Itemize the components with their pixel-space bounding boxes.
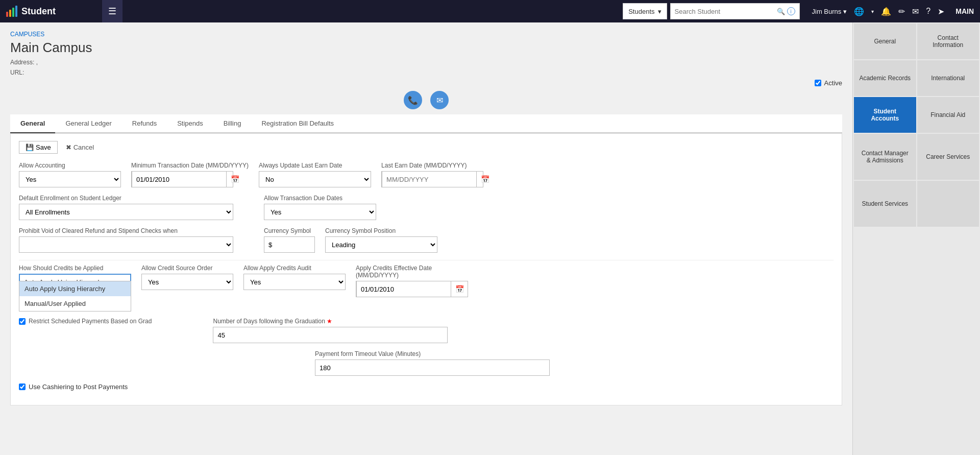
sidebar-tile-contact-manager[interactable]: Contact Manager & Admissions: [854, 134, 916, 180]
allow-transaction-due-label: Allow Transaction Due Dates: [264, 195, 376, 202]
allow-transaction-due-select[interactable]: Yes No: [264, 204, 376, 220]
restrict-scheduled-checkbox[interactable]: [19, 318, 26, 325]
currency-symbol-label: Currency Symbol: [264, 227, 315, 234]
calendar-icon-2[interactable]: 📅: [477, 175, 494, 183]
days-following-grad-label: Number of Days following the Graduation …: [213, 318, 448, 325]
required-marker: ★: [327, 318, 332, 325]
sidebar-tile-general[interactable]: General: [854, 23, 916, 59]
allow-apply-credits-select[interactable]: Yes No: [243, 274, 346, 290]
x-icon: ✖: [66, 143, 71, 151]
restrict-scheduled-label: Restrict Scheduled Payments Based on Gra…: [29, 318, 152, 325]
tab-billing[interactable]: Billing: [213, 114, 252, 133]
sidebar-tile-academic-records[interactable]: Academic Records: [854, 60, 916, 96]
user-menu[interactable]: Jim Burns ▾: [812, 8, 847, 15]
save-icon: 💾: [26, 143, 34, 151]
tab-refunds[interactable]: Refunds: [122, 114, 167, 133]
days-following-grad-input[interactable]: [213, 327, 448, 343]
sidebar-tile-financial-aid[interactable]: Financial Aid: [917, 97, 979, 133]
tab-stipends[interactable]: Stipends: [167, 114, 213, 133]
payment-timeout-input[interactable]: [315, 360, 550, 376]
url-line: URL:: [10, 69, 842, 76]
last-earn-date-group: Last Earn Date (MM/DD/YYYY) 📅: [381, 162, 483, 187]
search-help-icon: i: [787, 7, 795, 15]
how-credits-option-2[interactable]: Manual/User Applied: [19, 296, 131, 311]
last-earn-date-input[interactable]: [382, 171, 477, 187]
form-row-4: How Should Credits be Applied Auto Apply…: [19, 265, 834, 297]
edit-icon[interactable]: ✏: [898, 7, 905, 16]
allow-accounting-select[interactable]: Yes No: [19, 171, 121, 187]
sidebar-tile-student-accounts[interactable]: Student Accounts: [854, 97, 916, 133]
default-enrollment-label: Default Enrollment on Student Ledger: [19, 195, 233, 202]
tab-general-ledger[interactable]: General Ledger: [55, 114, 121, 133]
currency-symbol-position-select[interactable]: Leading Trailing: [325, 236, 437, 253]
always-update-label: Always Update Last Earn Date: [259, 162, 371, 169]
min-transaction-date-input-wrap: 📅: [131, 171, 233, 187]
globe-icon[interactable]: 🌐: [854, 7, 864, 16]
how-credits-group: How Should Credits be Applied Auto Apply…: [19, 265, 131, 290]
currency-symbol-position-label: Currency Symbol Position: [325, 227, 437, 234]
min-transaction-date-input[interactable]: [132, 171, 227, 187]
allow-credit-source-label: Allow Credit Source Order: [141, 265, 233, 272]
last-earn-date-input-wrap: 📅: [381, 171, 483, 187]
always-update-group: Always Update Last Earn Date No Yes: [259, 162, 371, 187]
sidebar-tile-career-services[interactable]: Career Services: [917, 134, 979, 180]
breadcrumb[interactable]: CAMPUSES: [10, 31, 842, 38]
help-icon[interactable]: ?: [926, 7, 930, 16]
active-check-area: Active: [10, 79, 842, 87]
allow-credit-source-select[interactable]: Yes No: [141, 274, 233, 290]
form-panel: 💾 Save ✖ Cancel Allow Accounting Yes No: [10, 133, 842, 405]
mail-icon[interactable]: ✉: [912, 7, 919, 16]
apply-credits-date-input[interactable]: [356, 281, 451, 297]
search-type-dropdown[interactable]: Students ▾: [623, 3, 667, 19]
phone-icon-circle[interactable]: 📞: [404, 91, 422, 109]
currency-symbol-group: Currency Symbol: [264, 227, 315, 253]
apply-credits-date-wrap: 📅: [356, 281, 468, 297]
form-row-3: Prohibit Void of Cleared Refund and Stip…: [19, 227, 834, 253]
cancel-button[interactable]: ✖ Cancel: [66, 143, 94, 151]
use-cashiering-row: Use Cashiering to Post Payments: [19, 383, 834, 391]
always-update-select[interactable]: No Yes: [259, 171, 371, 187]
days-following-grad-group: Number of Days following the Graduation …: [213, 318, 448, 343]
allow-accounting-group: Allow Accounting Yes No: [19, 162, 121, 187]
logo-text: Student: [21, 6, 56, 17]
sidebar-tile-student-services[interactable]: Student Services: [854, 181, 916, 227]
apply-credits-effective-label: Apply Credits Effective Date (MM/DD/YYYY…: [356, 265, 468, 279]
page-title: Main Campus: [10, 40, 842, 56]
restrict-scheduled-group: Restrict Scheduled Payments Based on Gra…: [19, 318, 152, 343]
tab-general[interactable]: General: [10, 114, 55, 133]
sidebar-tile-international[interactable]: International: [917, 60, 979, 96]
search-input[interactable]: [675, 8, 777, 15]
tabs-bar: General General Ledger Refunds Stipends …: [10, 114, 842, 133]
how-credits-option-1[interactable]: Auto Apply Using Hierarchy: [19, 281, 131, 296]
currency-symbol-input[interactable]: [264, 236, 315, 253]
tab-registration-bill-defaults[interactable]: Registration Bill Defaults: [251, 114, 344, 133]
currency-symbol-position-group: Currency Symbol Position Leading Trailin…: [325, 227, 437, 253]
calendar-icon-3[interactable]: 📅: [451, 285, 468, 293]
bell-icon[interactable]: 🔔: [881, 7, 891, 16]
logo-area: Student: [6, 6, 98, 17]
address-label: Address:: [10, 59, 34, 66]
hamburger-button[interactable]: ☰: [102, 0, 122, 22]
prohibit-void-select[interactable]: [19, 236, 233, 253]
search-input-wrap: 🔍 i: [670, 3, 800, 19]
mail-icon-circle[interactable]: ✉: [430, 91, 449, 109]
apply-credits-effective-group: Apply Credits Effective Date (MM/DD/YYYY…: [356, 265, 468, 297]
form-row-1: Allow Accounting Yes No Minimum Transact…: [19, 162, 834, 187]
default-enrollment-group: Default Enrollment on Student Ledger All…: [19, 195, 233, 220]
last-earn-date-label: Last Earn Date (MM/DD/YYYY): [381, 162, 483, 169]
payment-timeout-label: Payment form Timeout Value (Minutes): [315, 350, 550, 357]
use-cashiering-checkbox[interactable]: [19, 384, 26, 390]
main-label: MAIN: [955, 7, 974, 15]
allow-apply-credits-group: Allow Apply Credits Audit Yes No: [243, 265, 346, 290]
active-label: Active: [824, 79, 842, 87]
active-checkbox[interactable]: [815, 80, 821, 86]
calendar-icon[interactable]: 📅: [227, 175, 243, 183]
chevron-down-icon[interactable]: ▾: [871, 9, 874, 14]
how-credits-label: How Should Credits be Applied: [19, 265, 131, 272]
sidebar-tile-contact-information[interactable]: Contact Information: [917, 23, 979, 59]
logout-icon[interactable]: ➤: [938, 7, 944, 16]
default-enrollment-select[interactable]: All Enrollments Current Enrollment: [19, 204, 233, 220]
allow-apply-credits-label: Allow Apply Credits Audit: [243, 265, 346, 272]
sidebar-tile-empty: [917, 181, 979, 227]
save-button[interactable]: 💾 Save: [19, 141, 58, 154]
